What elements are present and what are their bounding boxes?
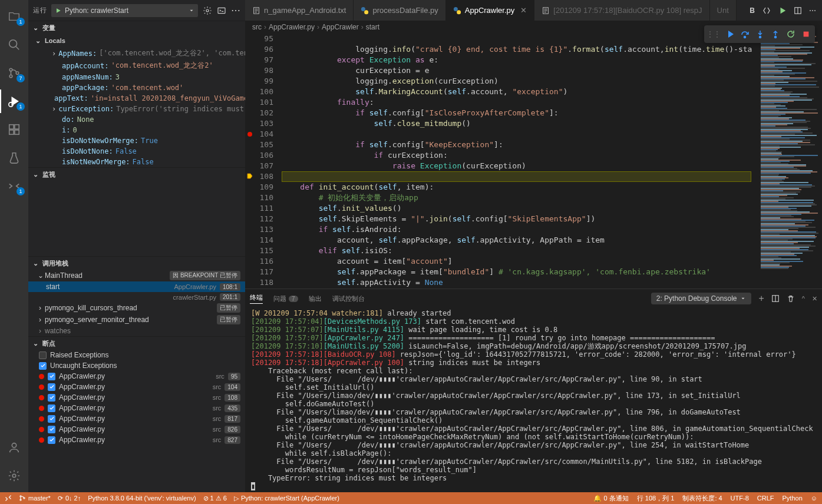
stop-icon[interactable] bbox=[800, 28, 813, 41]
more-actions-icon[interactable]: ⋯ bbox=[809, 6, 816, 15]
variables-section-header[interactable]: ⌄变量 bbox=[28, 21, 245, 34]
drag-grip-icon[interactable]: ⋮⋮ bbox=[707, 30, 721, 38]
step-into-icon[interactable] bbox=[754, 28, 767, 41]
variable-row[interactable]: isDoNotNewOrMerge: True bbox=[28, 135, 245, 146]
svg-point-10 bbox=[12, 474, 16, 478]
breakpoint-item[interactable]: AppCrawler.pysrc827 bbox=[28, 435, 245, 445]
gear-icon[interactable] bbox=[203, 6, 212, 15]
remote-status[interactable] bbox=[5, 495, 12, 502]
terminal-output[interactable]: [W 201209 17:57:04 watcher:181] already … bbox=[245, 308, 822, 492]
run-debug-icon[interactable]: 1 bbox=[0, 89, 28, 113]
thread-item[interactable]: ›pymongo_server_monitor_thread已暂停 bbox=[28, 314, 245, 326]
scm-icon[interactable]: 7 bbox=[0, 61, 28, 85]
run-file-icon[interactable] bbox=[778, 6, 787, 15]
notifications-status[interactable]: 🔔 0 条通知 bbox=[593, 494, 629, 503]
svg-point-14 bbox=[361, 6, 365, 11]
locals-header[interactable]: ⌄Locals bbox=[28, 34, 245, 47]
variable-row[interactable]: appText: 'in=install 20201208_fengyun_Vi… bbox=[28, 93, 245, 104]
debug-status[interactable]: ▷ Python: crawlerStart (AppCrawler) bbox=[234, 495, 339, 502]
breakpoint-item[interactable]: AppCrawler.pysrc817 bbox=[28, 413, 245, 424]
feedback-icon[interactable]: ☺ bbox=[811, 494, 817, 503]
remote-icon[interactable]: 1 bbox=[0, 174, 28, 198]
breadcrumb-item[interactable]: AppCrawler.py bbox=[269, 23, 315, 31]
variable-row[interactable]: appNamesNum: 3 bbox=[28, 72, 245, 82]
language-status[interactable]: Python bbox=[783, 494, 803, 503]
settings-gear-icon[interactable] bbox=[0, 464, 28, 488]
test-icon[interactable] bbox=[0, 146, 28, 170]
editor-tab[interactable]: [201209 17:57:18][BaiduOCR.py 108] respJ bbox=[534, 0, 709, 21]
minimap[interactable] bbox=[757, 34, 822, 289]
thread-item[interactable]: ⌄ MainThread 因 BREAKPOINT 已暂停 bbox=[28, 270, 245, 281]
editor-tab[interactable]: n_gameApp_Android.txt bbox=[245, 0, 354, 21]
variable-row[interactable]: i: 0 bbox=[28, 125, 245, 135]
restart-icon[interactable] bbox=[784, 28, 797, 41]
debug-console-tab[interactable]: 调试控制台 bbox=[332, 294, 365, 303]
breakpoint-item[interactable]: AppCrawler.pysrc826 bbox=[28, 424, 245, 435]
svg-point-9 bbox=[12, 443, 16, 447]
breadcrumb-item[interactable]: AppCrawler bbox=[322, 23, 359, 31]
svg-point-16 bbox=[454, 6, 458, 11]
variable-row[interactable]: appPackage: 'com.tencent.wod' bbox=[28, 82, 245, 93]
breadcrumb-item[interactable]: start bbox=[366, 23, 379, 31]
output-tab[interactable]: 输出 bbox=[309, 294, 322, 303]
explorer-icon[interactable]: 1 bbox=[0, 5, 28, 28]
kill-terminal-icon[interactable] bbox=[787, 294, 795, 303]
code-editor[interactable]: 9596979899100101102103104105106107108109… bbox=[245, 34, 822, 289]
svg-rect-7 bbox=[9, 130, 14, 134]
breakpoint-item[interactable]: AppCrawler.pysrc108 bbox=[28, 392, 245, 403]
callstack-frame[interactable]: startAppCrawler.py108:1 bbox=[28, 281, 245, 292]
terminal-select[interactable]: 2: Python Debug Console bbox=[651, 293, 752, 304]
step-over-icon[interactable] bbox=[738, 28, 751, 41]
raised-exceptions-checkbox[interactable]: Raised Exceptions bbox=[28, 350, 245, 360]
editor-group: n_gameApp_Android.txtprocessDataFile.pyA… bbox=[245, 0, 822, 492]
callstack-section-header[interactable]: ⌄调用堆栈 bbox=[28, 257, 245, 270]
branch-status[interactable]: master* bbox=[19, 495, 51, 502]
svg-point-26 bbox=[20, 499, 21, 500]
eol-status[interactable]: CRLF bbox=[757, 494, 774, 503]
maximize-panel-icon[interactable]: ^ bbox=[802, 295, 805, 302]
svg-point-22 bbox=[775, 37, 777, 38]
more-icon[interactable]: ⋯ bbox=[231, 5, 240, 16]
variable-row[interactable]: do: None bbox=[28, 114, 245, 125]
new-terminal-icon[interactable]: + bbox=[758, 293, 764, 304]
split-editor-icon[interactable] bbox=[794, 6, 802, 15]
problems-tab[interactable]: 问题7 bbox=[273, 294, 298, 303]
breakpoints-section-header[interactable]: ⌄断点 bbox=[28, 337, 245, 350]
editor-tab[interactable]: processDataFile.py bbox=[354, 0, 445, 21]
svg-rect-6 bbox=[15, 125, 19, 129]
watch-section-header[interactable]: ⌄监视 bbox=[28, 168, 245, 181]
search-icon[interactable] bbox=[0, 33, 28, 57]
thread-item[interactable]: ›pymongo_kill_cursors_thread已暂停 bbox=[28, 302, 245, 314]
variable-row[interactable]: appAccount: 'com.tencent.wod_龙之谷2' bbox=[28, 59, 245, 72]
breakpoint-item[interactable]: AppCrawler.pysrc104 bbox=[28, 382, 245, 392]
extensions-icon[interactable] bbox=[0, 118, 28, 141]
variable-row[interactable]: isNotNewOrMerge: False bbox=[28, 157, 245, 167]
accounts-icon[interactable] bbox=[0, 436, 28, 459]
breakpoint-item[interactable]: AppCrawler.pysrc435 bbox=[28, 403, 245, 413]
close-tab-icon[interactable]: ✕ bbox=[520, 6, 527, 15]
variable-row[interactable]: ›AppNames: ['com.tencent.wod_龙之谷2', 'com… bbox=[28, 47, 245, 59]
uncaught-exceptions-checkbox[interactable]: Uncaught Exceptions bbox=[28, 360, 245, 371]
python-env-status[interactable]: Python 3.8.0 64-bit ('venv': virtualenv) bbox=[88, 495, 196, 502]
terminal-tab[interactable]: 终端 bbox=[250, 293, 263, 304]
variable-row[interactable]: isDoNotNone: False bbox=[28, 146, 245, 157]
callstack-frame[interactable]: crawlerStart.py201:1 bbox=[28, 292, 245, 302]
compare-icon[interactable] bbox=[762, 6, 771, 15]
close-panel-icon[interactable]: ✕ bbox=[812, 295, 817, 303]
cursor-position[interactable]: 行 108，列 1 bbox=[637, 494, 675, 503]
continue-icon[interactable] bbox=[723, 28, 736, 41]
debug-config-select[interactable]: Python: crawlerStart bbox=[51, 4, 198, 17]
step-out-icon[interactable] bbox=[769, 28, 782, 41]
variable-row[interactable]: ›curException: TypeError('string indices… bbox=[28, 104, 245, 114]
indent-status[interactable]: 制表符长度: 4 bbox=[682, 494, 722, 503]
breadcrumb-item[interactable]: src bbox=[252, 23, 262, 31]
split-terminal-icon[interactable] bbox=[771, 294, 780, 303]
editor-tab[interactable]: AppCrawler.py✕ bbox=[446, 0, 535, 21]
editor-tab[interactable]: Unt bbox=[710, 0, 737, 21]
sync-status[interactable]: ⟳ 0↓ 2↑ bbox=[58, 495, 81, 502]
breakpoint-item[interactable]: AppCrawler.pysrc95 bbox=[28, 371, 245, 382]
debug-console-icon[interactable] bbox=[217, 6, 226, 15]
bold-icon[interactable]: B bbox=[750, 6, 755, 15]
encoding-status[interactable]: UTF-8 bbox=[731, 494, 749, 503]
errors-warnings-status[interactable]: ⊘ 1 ⚠ 6 bbox=[203, 495, 227, 502]
